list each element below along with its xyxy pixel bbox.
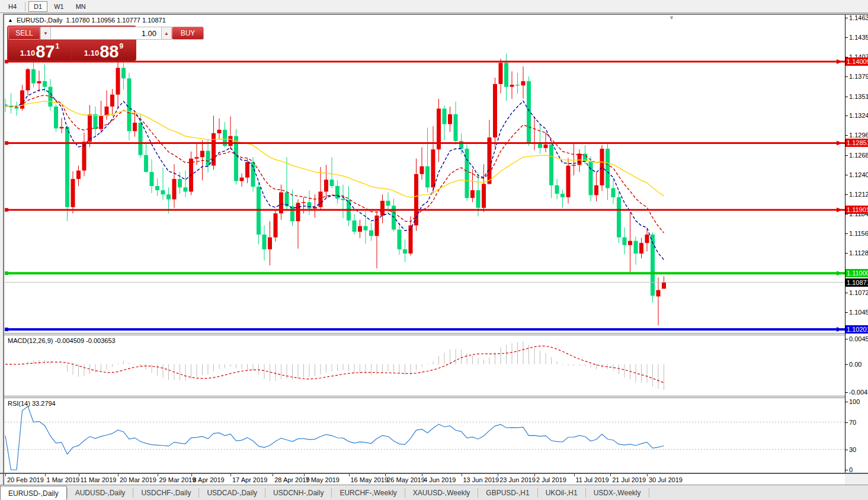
- window-border-left: [3, 14, 4, 485]
- chart-tab-usdx-weekly[interactable]: USDX-,Weekly: [586, 485, 649, 500]
- date-tick-label: 20 Mar 2019: [120, 476, 156, 483]
- sell-price-prefix: 1.10: [20, 49, 35, 57]
- rsi-label: RSI(14) 33.2794: [8, 400, 56, 407]
- macd-indicator-pane[interactable]: MACD(12,26,9) -0.004509 -0.003653: [5, 335, 845, 396]
- rsi-line: [5, 406, 664, 470]
- date-tick-mark: [498, 474, 498, 476]
- candles-layer: [5, 54, 666, 325]
- volume-decrease-button[interactable]: ▼: [40, 27, 51, 40]
- price-badge-1.10871: 1.10871: [845, 278, 868, 287]
- chart-symbol-label: EURUSD-,Daily: [17, 17, 63, 24]
- axis-tick-label: 1.13240: [849, 112, 868, 119]
- axis-tick-mark: [845, 155, 848, 156]
- date-tick-mark: [45, 474, 46, 476]
- chart-tab-gbpusd-h1[interactable]: GBPUSD-,H1: [478, 485, 537, 500]
- timeframe-toolbar: H4D1W1MN: [0, 0, 868, 13]
- moving-average-line-45: [5, 101, 664, 197]
- axis-tick-label: 1.10450: [849, 309, 868, 316]
- chart-title: ▲ EURUSD-,Daily 1.10780 1.10956 1.10777 …: [8, 17, 166, 24]
- volume-increase-button[interactable]: ▲: [161, 27, 172, 40]
- chart-tab-usdcad-daily[interactable]: USDCAD-,Daily: [199, 485, 265, 500]
- sell-button[interactable]: SELL: [8, 27, 40, 40]
- level-line-arrow-marker: [837, 140, 843, 145]
- level-line-arrow-marker: [837, 271, 843, 275]
- date-tick-label: 7 May 2019: [306, 476, 339, 483]
- axis-tick-label: -0.00494: [849, 389, 868, 396]
- axis-tick-mark: [845, 293, 848, 293]
- sell-price-sup: 1: [55, 42, 59, 50]
- toolbar-separator: [25, 2, 25, 11]
- timeframe-button-d1[interactable]: D1: [28, 1, 47, 12]
- macd-chart-canvas[interactable]: [5, 335, 845, 396]
- date-tick-label: 26 May 2019: [387, 476, 425, 483]
- timeframe-button-h4[interactable]: H4: [3, 1, 22, 12]
- axis-tick-label: 1.12400: [849, 171, 868, 178]
- price-axis: 1.146351.143551.140751.137951.135151.132…: [845, 15, 868, 473]
- macd-histogram: [5, 341, 664, 390]
- buy-price-panel[interactable]: 1.10 88 9: [72, 41, 135, 60]
- chart-tab-audusd-daily[interactable]: AUDUSD-,Daily: [68, 485, 133, 500]
- collapse-trade-panel-icon[interactable]: ▲: [8, 17, 13, 23]
- chart-ohlc-values: 1.10780 1.10956 1.10777 1.10871: [66, 17, 166, 24]
- date-tick-mark: [422, 474, 422, 476]
- date-tick-mark: [79, 474, 79, 476]
- price-badge-1.14009: 1.14009: [845, 57, 868, 66]
- chart-tab-eurusd-daily[interactable]: EURUSD-,Daily: [0, 486, 67, 500]
- date-tick-mark: [191, 474, 192, 476]
- candlestick-chart-canvas[interactable]: [5, 15, 845, 333]
- axis-tick-mark: [845, 470, 848, 470]
- chart-tab-eurchf-weekly[interactable]: EURCHF-,Weekly: [332, 485, 404, 500]
- axis-tick-label: 1.11565: [849, 230, 868, 237]
- time-axis: 20 Feb 20191 Mar 201911 Mar 201920 Mar 2…: [5, 474, 845, 485]
- chart-tab-usdchf-daily[interactable]: USDCHF-,Daily: [133, 485, 198, 500]
- date-tick-mark: [349, 474, 350, 476]
- date-tick-mark: [610, 474, 611, 476]
- axis-tick-mark: [845, 97, 848, 97]
- date-tick-label: 28 Apr 2019: [274, 476, 309, 483]
- level-line-end-marker: [5, 141, 8, 145]
- axis-tick-mark: [845, 194, 848, 195]
- axis-tick-label: 1.10725: [849, 289, 868, 296]
- date-tick-mark: [230, 474, 231, 476]
- chart-tab-xauusd-weekly[interactable]: XAUUSD-,Weekly: [405, 485, 478, 500]
- axis-tick-mark: [845, 312, 848, 313]
- date-tick-label: 13 Jun 2019: [463, 476, 499, 483]
- trading-terminal: { "toolbar":{"timeframes":[{"label":"H4"…: [0, 0, 868, 500]
- axis-tick-label: 30: [849, 446, 856, 453]
- axis-tick-mark: [845, 364, 848, 365]
- sell-price-panel[interactable]: 1.10 87 1: [8, 41, 71, 60]
- rsi-indicator-pane[interactable]: RSI(14) 33.2794: [5, 398, 845, 473]
- buy-button[interactable]: BUY: [172, 27, 204, 40]
- buy-price-prefix: 1.10: [84, 49, 99, 57]
- date-tick-mark: [574, 474, 575, 476]
- price-badge-1.11000: 1.11000: [845, 269, 868, 277]
- axis-tick-mark: [845, 76, 848, 77]
- axis-tick-label: 70: [849, 419, 856, 426]
- chart-shift-marker[interactable]: ▼: [669, 15, 674, 21]
- price-badge-1.10201: 1.10201: [845, 325, 868, 334]
- rsi-chart-canvas[interactable]: [5, 398, 845, 473]
- axis-tick-label: 0.00: [849, 361, 861, 368]
- axis-tick-mark: [845, 175, 848, 175]
- date-tick-label: 11 Mar 2019: [81, 476, 117, 483]
- chart-tab-usdcnh-daily[interactable]: USDCNH-,Daily: [265, 485, 331, 500]
- axis-tick-mark: [845, 253, 848, 254]
- chart-tab-ukoil-h1[interactable]: UKOil-,H1: [538, 485, 585, 500]
- axis-tick-label: 1.13795: [849, 73, 868, 80]
- axis-tick-label: 1.12960: [849, 132, 868, 139]
- date-tick-mark: [534, 474, 535, 476]
- axis-tick-label: 1.14355: [849, 34, 868, 41]
- axis-tick-label: 1.14635: [849, 14, 868, 21]
- volume-input[interactable]: [51, 27, 161, 40]
- buy-price-sup: 9: [119, 42, 123, 50]
- timeframe-button-mn[interactable]: MN: [71, 1, 91, 12]
- date-tick-label: 29 Mar 2019: [159, 476, 196, 483]
- axis-tick-mark: [845, 135, 848, 136]
- sell-price-big: 87: [36, 44, 55, 59]
- axis-tick-label: 100: [849, 398, 860, 405]
- level-line-arrow-marker: [837, 59, 843, 64]
- macd-label: MACD(12,26,9) -0.004509 -0.003653: [8, 337, 116, 344]
- axis-tick-mark: [845, 392, 848, 393]
- price-chart-pane[interactable]: ▲ EURUSD-,Daily 1.10780 1.10956 1.10777 …: [5, 15, 845, 333]
- timeframe-button-w1[interactable]: W1: [49, 1, 69, 12]
